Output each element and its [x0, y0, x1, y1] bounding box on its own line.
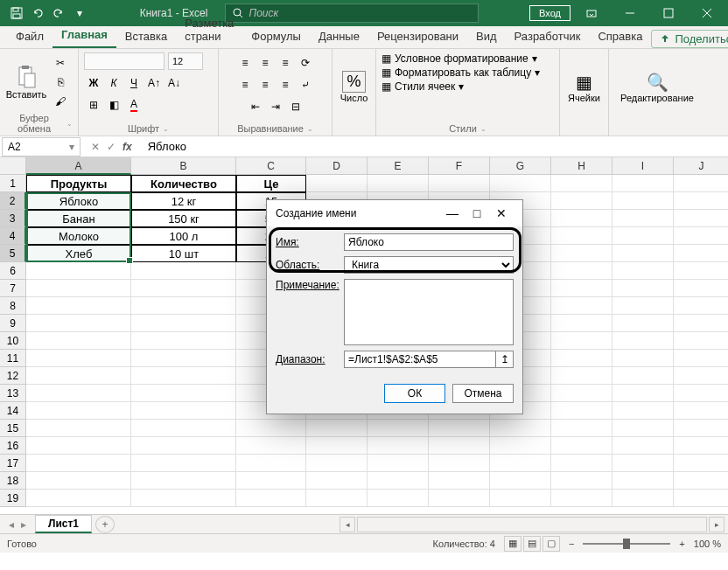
col-header[interactable]: H — [551, 157, 612, 175]
cell[interactable]: Яблоко — [26, 192, 131, 210]
cell[interactable] — [429, 490, 490, 507]
undo-icon[interactable] — [28, 3, 47, 23]
row-header[interactable]: 6 — [0, 262, 26, 280]
search-box[interactable] — [225, 3, 479, 23]
col-header[interactable]: F — [429, 157, 490, 175]
cut-icon[interactable]: ✂ — [51, 54, 70, 72]
row-header[interactable]: 8 — [0, 297, 26, 315]
col-header[interactable]: I — [612, 157, 674, 175]
orientation-icon[interactable]: ⟳ — [296, 54, 315, 72]
col-header[interactable]: C — [236, 157, 306, 175]
formula-input[interactable] — [143, 140, 728, 153]
align-middle-icon[interactable]: ≡ — [256, 54, 275, 72]
hscroll-right-icon[interactable]: ▸ — [709, 517, 724, 532]
cell[interactable] — [551, 455, 612, 472]
tab-formulas[interactable]: Формулы — [242, 26, 310, 48]
save-icon[interactable] — [7, 3, 26, 23]
confirm-formula-icon[interactable]: ✓ — [107, 141, 116, 153]
cell[interactable] — [674, 245, 728, 262]
cell[interactable] — [26, 402, 131, 420]
cell[interactable] — [612, 227, 674, 245]
cell[interactable] — [551, 437, 612, 455]
tab-view[interactable]: Вид — [467, 26, 506, 48]
cell[interactable] — [131, 472, 236, 490]
cell[interactable]: Количество — [131, 175, 236, 192]
row-header[interactable]: 15 — [0, 420, 26, 437]
cell[interactable] — [236, 472, 306, 490]
row-header[interactable]: 19 — [0, 490, 26, 507]
tab-home[interactable]: Главная — [52, 24, 116, 48]
cell[interactable] — [551, 472, 612, 490]
dialog-close-icon[interactable]: ✕ — [489, 201, 514, 226]
cell[interactable] — [236, 490, 306, 507]
cell[interactable] — [612, 455, 674, 472]
cell[interactable] — [236, 455, 306, 472]
cell[interactable] — [306, 175, 368, 192]
row-header[interactable]: 18 — [0, 472, 26, 490]
dialog-maximize-icon[interactable]: □ — [465, 201, 489, 226]
cell[interactable] — [674, 227, 728, 245]
cell[interactable] — [131, 420, 236, 437]
font-size-select[interactable] — [168, 52, 203, 70]
cell[interactable] — [131, 455, 236, 472]
cell[interactable] — [612, 315, 674, 332]
zoom-slider[interactable] — [583, 543, 670, 545]
view-normal-icon[interactable]: ▦ — [504, 536, 522, 552]
row-header[interactable]: 14 — [0, 402, 26, 420]
conditional-format-button[interactable]: ▦Условное форматирование ▾ — [382, 52, 537, 65]
cell[interactable] — [612, 367, 674, 385]
cell[interactable] — [490, 472, 551, 490]
cell[interactable] — [674, 350, 728, 367]
cell[interactable] — [490, 420, 551, 437]
hscroll-left-icon[interactable]: ◂ — [340, 517, 355, 532]
row-header[interactable]: 16 — [0, 437, 26, 455]
close-button[interactable] — [690, 0, 724, 26]
merge-icon[interactable]: ⊟ — [286, 98, 305, 115]
cell[interactable]: 10 шт — [131, 245, 236, 262]
cell[interactable] — [490, 490, 551, 507]
cell[interactable]: 100 л — [131, 227, 236, 245]
cell[interactable] — [131, 280, 236, 297]
tab-insert[interactable]: Вставка — [116, 26, 176, 48]
tab-developer[interactable]: Разработчик — [506, 26, 590, 48]
cell[interactable] — [551, 315, 612, 332]
cell[interactable] — [26, 420, 131, 437]
cell[interactable] — [368, 420, 429, 437]
cell[interactable] — [551, 245, 612, 262]
cell[interactable] — [612, 385, 674, 402]
format-painter-icon[interactable]: 🖌 — [51, 93, 70, 110]
cell[interactable]: 150 кг — [131, 210, 236, 227]
sheet-tab[interactable]: Лист1 — [35, 515, 92, 533]
row-header[interactable]: 4 — [0, 227, 26, 245]
cell[interactable] — [674, 280, 728, 297]
dialog-minimize-icon[interactable]: — — [440, 201, 465, 226]
cell[interactable] — [26, 350, 131, 367]
cell[interactable] — [429, 437, 490, 455]
cell[interactable] — [26, 437, 131, 455]
cell[interactable] — [26, 455, 131, 472]
cell[interactable] — [490, 437, 551, 455]
cell-styles-button[interactable]: ▦Стили ячеек ▾ — [382, 80, 464, 93]
cell[interactable] — [674, 210, 728, 227]
font-name-select[interactable] — [84, 52, 164, 70]
cell[interactable] — [131, 350, 236, 367]
cell[interactable] — [674, 385, 728, 402]
minimize-button[interactable] — [612, 0, 648, 26]
cell[interactable] — [131, 262, 236, 280]
cell[interactable] — [551, 210, 612, 227]
align-left-icon[interactable]: ≡ — [235, 76, 255, 94]
range-collapse-icon[interactable]: ↥ — [496, 351, 514, 368]
cell[interactable] — [674, 455, 728, 472]
cell[interactable] — [429, 472, 490, 490]
cell[interactable] — [26, 385, 131, 402]
wrap-text-icon[interactable]: ⤶ — [296, 76, 315, 94]
cell[interactable] — [26, 367, 131, 385]
cell[interactable] — [551, 402, 612, 420]
cell[interactable] — [612, 402, 674, 420]
row-header[interactable]: 12 — [0, 367, 26, 385]
cell[interactable]: Продукты — [26, 175, 131, 192]
align-right-icon[interactable]: ≡ — [276, 76, 295, 94]
format-table-button[interactable]: ▦Форматировать как таблицу ▾ — [382, 66, 540, 79]
cell[interactable] — [551, 420, 612, 437]
cell[interactable] — [368, 490, 429, 507]
